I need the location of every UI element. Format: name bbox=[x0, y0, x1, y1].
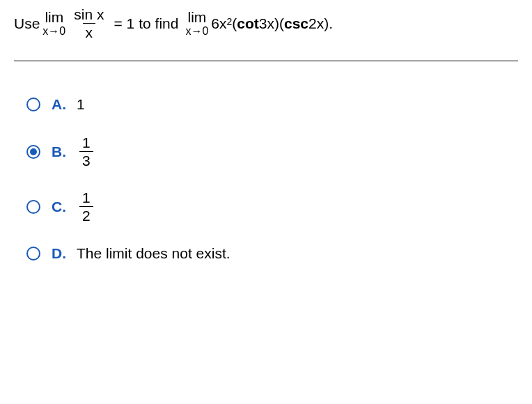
option-d[interactable]: D. The limit does not exist. bbox=[26, 245, 518, 262]
six-x: 6x bbox=[211, 13, 226, 33]
divider bbox=[14, 61, 518, 61]
limit-1: lim x→0 bbox=[42, 10, 65, 37]
radio-d[interactable] bbox=[26, 247, 40, 261]
options-group: A. 1 B. 1 3 C. 1 2 D. The limit does not… bbox=[14, 96, 518, 262]
option-d-label: D. bbox=[52, 245, 68, 262]
equals-one: = 1 bbox=[114, 13, 134, 33]
exponent-2: 2 bbox=[227, 15, 233, 29]
option-c-label: C. bbox=[52, 199, 68, 215]
option-c[interactable]: C. 1 2 bbox=[26, 190, 518, 223]
fraction-sinx-x: sin x x bbox=[71, 7, 107, 40]
option-b-value: 1 3 bbox=[77, 135, 96, 168]
option-b[interactable]: B. 1 3 bbox=[26, 135, 518, 168]
radio-c[interactable] bbox=[26, 200, 40, 214]
cot-bold: cot bbox=[237, 13, 259, 33]
question-prefix: Use bbox=[14, 13, 40, 33]
question-text: Use lim x→0 sin x x = 1 to find lim x→0 … bbox=[14, 7, 518, 40]
radio-b[interactable] bbox=[26, 145, 40, 159]
to-find: to find bbox=[139, 13, 178, 33]
limit-2: lim x→0 bbox=[185, 10, 208, 37]
option-a-value: 1 bbox=[77, 96, 85, 113]
option-c-value: 1 2 bbox=[77, 190, 96, 223]
option-a-label: A. bbox=[52, 96, 68, 113]
radio-a[interactable] bbox=[26, 98, 40, 111]
option-b-label: B. bbox=[52, 143, 68, 160]
option-d-value: The limit does not exist. bbox=[77, 245, 230, 262]
option-a[interactable]: A. 1 bbox=[26, 96, 518, 113]
csc-bold: csc bbox=[284, 13, 308, 33]
